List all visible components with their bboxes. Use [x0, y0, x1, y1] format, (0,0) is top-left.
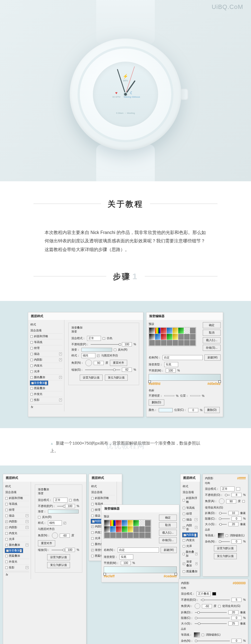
make-default-button[interactable]: 设置为默认值 — [214, 545, 237, 551]
reset-default-button[interactable]: 复位为默认值 — [105, 375, 128, 381]
angle-dial[interactable] — [195, 603, 200, 609]
save-button[interactable]: 存储(S)... — [159, 537, 177, 543]
color-overlay-row[interactable]: 颜色叠加+ — [182, 549, 198, 559]
plus-icon[interactable]: + — [59, 399, 62, 401]
load-button[interactable]: 载入(L)... — [159, 530, 177, 536]
color-overlay-row[interactable]: 颜色叠加+ — [5, 542, 29, 548]
bevel-row[interactable]: 斜面和浮雕 — [182, 495, 198, 505]
satin-row[interactable]: 光泽 — [5, 536, 29, 542]
blend-mode-select[interactable]: 正常 — [221, 486, 235, 491]
contour-preview[interactable] — [194, 632, 200, 637]
angle-dial[interactable] — [52, 532, 58, 539]
cancel-button[interactable]: 取消 — [203, 330, 221, 336]
gradient-overlay-row[interactable]: 渐变叠加+ — [182, 559, 198, 569]
scale-slider[interactable] — [85, 370, 120, 370]
opacity-slider[interactable] — [225, 495, 230, 495]
plus-icon[interactable]: + — [26, 544, 28, 546]
opacity-slider[interactable] — [57, 506, 63, 506]
smooth-value[interactable]: 100 — [121, 561, 131, 565]
color-stop-right[interactable] — [218, 380, 221, 383]
position-value[interactable] — [190, 395, 200, 396]
choke-value[interactable]: 0 — [231, 616, 242, 620]
plus-icon[interactable]: + — [45, 382, 47, 385]
bevel-row[interactable]: 斜面和浮雕 — [30, 334, 62, 339]
load-button[interactable]: 载入(L)... — [203, 337, 221, 343]
plus-icon[interactable]: + — [26, 514, 28, 517]
ok-button[interactable]: 确定 — [203, 322, 221, 328]
angle-value[interactable]: 90 — [94, 361, 104, 365]
blend-mode-select[interactable]: 正片叠底 — [197, 591, 211, 596]
name-input[interactable]: 自定 — [163, 355, 203, 360]
style-select[interactable]: 线性 — [48, 520, 62, 525]
plus-icon[interactable]: + — [59, 358, 62, 361]
bevel-row[interactable]: 斜面和浮雕 — [91, 495, 115, 501]
stop-opacity-value[interactable] — [164, 395, 174, 396]
opacity-slider[interactable] — [201, 600, 230, 600]
outer-glow-row[interactable]: 外发光 — [30, 391, 62, 397]
cancel-button[interactable]: 取消 — [159, 522, 177, 528]
plus-icon[interactable]: + — [59, 376, 62, 379]
color-stop-left[interactable] — [103, 573, 106, 575]
type-select[interactable]: 实底 — [119, 554, 133, 559]
inner-shadow-row[interactable]: 内阴影+ — [30, 357, 62, 363]
inner-glow-row[interactable]: 内发光 — [182, 537, 198, 543]
noise-slider[interactable] — [195, 641, 230, 641]
outer-glow-row[interactable]: 外发光 — [5, 559, 29, 565]
opacity-value[interactable]: 100 — [122, 342, 132, 346]
make-default-button[interactable]: 设置为默认值 — [47, 554, 70, 560]
inner-shadow-row[interactable]: 内阴影+ — [5, 519, 29, 525]
opacity-value[interactable]: 5 — [231, 598, 242, 602]
plus-icon[interactable]: + — [196, 562, 198, 565]
choke-slider[interactable] — [195, 618, 230, 618]
angle-dial[interactable] — [219, 498, 225, 504]
blend-options-row[interactable]: 混合选项 — [5, 489, 29, 495]
choke-slider[interactable] — [219, 518, 230, 519]
antialias-checkbox[interactable] — [226, 534, 228, 537]
bevel-row[interactable]: 斜面和浮雕 — [5, 495, 29, 501]
reset-align-button[interactable]: 重置对齐 — [38, 540, 55, 546]
angle-dial[interactable] — [85, 360, 92, 366]
contour-preview[interactable] — [218, 533, 224, 538]
inner-glow-row[interactable]: 内发光 — [5, 530, 29, 536]
inner-shadow-row-2[interactable]: 内阴影+ — [182, 532, 198, 537]
distance-slider[interactable] — [219, 513, 227, 513]
blend-mode-select[interactable]: 正常 — [87, 336, 101, 341]
style-select[interactable]: 线性 — [81, 353, 95, 358]
type-select[interactable]: 实底 — [164, 362, 178, 367]
dither-checkbox[interactable] — [103, 337, 105, 340]
plus-icon[interactable]: + — [20, 549, 22, 552]
blend-options-row[interactable]: 混合选项 — [91, 489, 115, 495]
drop-shadow-row[interactable]: 投影+ — [30, 397, 62, 403]
angle-value[interactable]: -60 — [202, 604, 212, 608]
size-slider[interactable] — [195, 623, 227, 624]
plus-icon[interactable]: + — [194, 534, 196, 537]
delete-button[interactable]: 删除(D) — [204, 407, 220, 413]
plus-icon[interactable]: + — [26, 526, 28, 529]
color-stop-right[interactable] — [175, 573, 177, 575]
delete-button[interactable]: 删除(D) — [149, 399, 164, 406]
choke-value[interactable]: 0 — [231, 517, 242, 521]
color-overlay-row[interactable]: 颜色叠加+ — [30, 375, 62, 380]
opacity-value[interactable]: 8 — [231, 493, 242, 497]
scale-value[interactable]: 82 — [122, 368, 132, 372]
name-input[interactable]: 自定 — [118, 547, 159, 553]
inner-shadow-row-2[interactable]: 内阴影+ — [5, 525, 29, 530]
gradient-ramp[interactable] — [149, 374, 221, 381]
color-stop-left[interactable] — [148, 380, 151, 383]
align-checkbox[interactable] — [64, 522, 66, 524]
contour-row[interactable]: 等高线 — [5, 501, 29, 507]
inner-shadow-row[interactable]: 内阴影+ — [182, 523, 198, 532]
noise-slider[interactable] — [219, 541, 230, 542]
inner-glow-row[interactable]: 内发光 — [30, 363, 62, 369]
blend-options-row[interactable]: 混合选项 — [30, 328, 62, 334]
texture-row[interactable]: 纹理 — [30, 345, 62, 351]
angle-value[interactable]: -60 — [60, 534, 70, 538]
gradient-presets[interactable] — [104, 520, 151, 539]
gradient-ramp[interactable] — [104, 566, 177, 573]
angle-value[interactable]: 90 — [226, 499, 236, 503]
satin-row[interactable]: 光泽 — [182, 543, 198, 549]
smooth-value[interactable]: 100 — [166, 368, 176, 373]
stroke-row[interactable]: 描边+ — [182, 517, 198, 523]
ok-button[interactable]: 确定 — [159, 515, 177, 521]
antialias-checkbox[interactable] — [202, 634, 204, 636]
